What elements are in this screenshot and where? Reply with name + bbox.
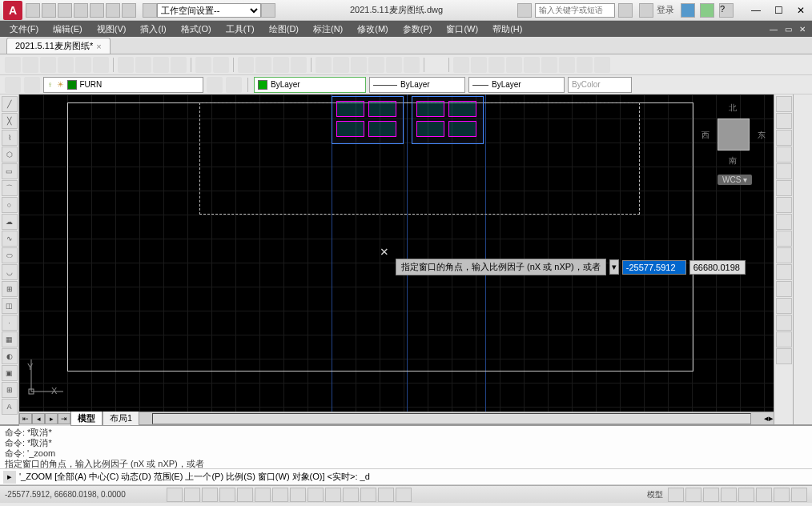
pan-icon[interactable] bbox=[238, 57, 254, 73]
break-icon[interactable] bbox=[776, 281, 792, 297]
zoom-out-icon[interactable] bbox=[559, 57, 575, 73]
hatch-icon[interactable]: ▦ bbox=[2, 331, 18, 347]
table-icon[interactable]: ⊞ bbox=[2, 382, 18, 398]
search-icon[interactable] bbox=[517, 3, 532, 18]
pline-icon[interactable]: ⌇ bbox=[2, 130, 18, 146]
am-toggle[interactable] bbox=[396, 488, 412, 502]
open-icon[interactable] bbox=[22, 57, 38, 73]
help-icon[interactable]: ? bbox=[719, 3, 734, 18]
redo2-icon[interactable] bbox=[213, 57, 229, 73]
tp-icon[interactable] bbox=[351, 57, 367, 73]
new-icon[interactable] bbox=[5, 57, 21, 73]
gradient-icon[interactable]: ◐ bbox=[2, 348, 18, 364]
zoom-window-icon[interactable] bbox=[453, 57, 469, 73]
lock-icon[interactable] bbox=[738, 488, 754, 502]
minimize-button[interactable]: — bbox=[745, 2, 767, 18]
offset-icon[interactable] bbox=[776, 147, 792, 163]
workspace-icon[interactable] bbox=[143, 3, 157, 18]
zoom-scale-icon[interactable] bbox=[488, 57, 504, 73]
workspace-dropdown[interactable]: 工作空间设置-- bbox=[157, 3, 261, 18]
qat-save-icon[interactable] bbox=[58, 3, 72, 18]
explode-icon[interactable] bbox=[776, 348, 792, 364]
maximize-button[interactable]: ☐ bbox=[767, 2, 790, 18]
model-space-label[interactable]: 模型 bbox=[644, 489, 666, 500]
qat-open-icon[interactable] bbox=[42, 3, 56, 18]
app-logo-icon[interactable]: A bbox=[3, 1, 22, 20]
dyn-toggle[interactable] bbox=[308, 488, 324, 502]
layer-match-icon[interactable] bbox=[207, 77, 223, 93]
region-icon[interactable]: ▣ bbox=[2, 365, 18, 381]
otrack-toggle[interactable] bbox=[272, 488, 288, 502]
lwt-toggle[interactable] bbox=[325, 488, 341, 502]
qat-undo-icon[interactable] bbox=[106, 3, 120, 18]
drawing-canvas[interactable]: 北 南 东 西 WCS ▾ Y X + 指定窗口的角点，输入比例因子 (nX 或… bbox=[19, 94, 774, 412]
sheet-icon[interactable] bbox=[368, 57, 384, 73]
circle-icon[interactable]: ○ bbox=[2, 197, 18, 213]
workspace-dd-icon[interactable] bbox=[261, 3, 275, 18]
mdi-minimize-button[interactable]: — bbox=[767, 23, 780, 34]
grid-toggle[interactable] bbox=[184, 488, 200, 502]
scale-icon[interactable] bbox=[776, 214, 792, 230]
arc-icon[interactable]: ⌒ bbox=[2, 180, 18, 196]
close-button[interactable]: ✕ bbox=[790, 2, 812, 18]
qat-new-icon[interactable] bbox=[26, 3, 40, 18]
stretch-icon[interactable] bbox=[776, 231, 792, 247]
move-icon[interactable] bbox=[776, 180, 792, 196]
trim-icon[interactable] bbox=[776, 247, 792, 263]
copy2-icon[interactable] bbox=[776, 113, 792, 129]
viewcube-face[interactable] bbox=[718, 118, 750, 151]
menu-tools[interactable]: 工具(T) bbox=[219, 22, 261, 37]
calc-icon[interactable] bbox=[404, 57, 420, 73]
cmd-icon[interactable]: ▸ bbox=[3, 471, 16, 484]
point-icon[interactable]: · bbox=[2, 315, 18, 331]
zoom-in-icon[interactable] bbox=[541, 57, 557, 73]
menu-window[interactable]: 窗口(W) bbox=[440, 22, 484, 37]
dynamic-input-x[interactable] bbox=[622, 260, 686, 275]
viewcube-north[interactable]: 北 bbox=[729, 102, 737, 114]
h-scrollbar[interactable] bbox=[152, 413, 751, 424]
osnap-toggle[interactable] bbox=[237, 488, 253, 502]
copy-icon[interactable] bbox=[135, 57, 151, 73]
workspace-icon[interactable] bbox=[721, 488, 737, 502]
file-tab-close-icon[interactable]: × bbox=[96, 42, 101, 51]
tpy-toggle[interactable] bbox=[343, 488, 359, 502]
menu-help[interactable]: 帮助(H) bbox=[486, 22, 529, 37]
save-icon[interactable] bbox=[40, 57, 56, 73]
layer-states-icon[interactable] bbox=[24, 77, 40, 93]
zoom-prev-icon[interactable] bbox=[291, 57, 307, 73]
menu-modify[interactable]: 修改(M) bbox=[351, 22, 395, 37]
command-history[interactable]: 命令: *取消* 命令: *取消* 命令: '_zoom 指定窗口的角点，输入比… bbox=[0, 426, 812, 469]
exchange-icon[interactable] bbox=[681, 3, 695, 18]
model-tab[interactable]: 模型 bbox=[70, 411, 103, 426]
status-btn-2[interactable] bbox=[685, 488, 701, 502]
ellipse-arc-icon[interactable]: ◡ bbox=[2, 264, 18, 280]
block-icon[interactable]: ◫ bbox=[2, 298, 18, 314]
login-button[interactable]: 登录 bbox=[639, 3, 674, 18]
lineweight-dropdown[interactable]: ——ByLayer bbox=[468, 77, 565, 93]
qat-saveas-icon[interactable] bbox=[74, 3, 88, 18]
mdi-close-button[interactable]: ✕ bbox=[796, 23, 809, 34]
erase-icon[interactable] bbox=[776, 96, 792, 112]
menu-draw[interactable]: 绘图(D) bbox=[263, 22, 305, 37]
rectangle-icon[interactable]: ▭ bbox=[2, 163, 18, 179]
insert-icon[interactable]: ⊞ bbox=[2, 281, 18, 297]
tab-last-icon[interactable]: ⇥ bbox=[58, 413, 70, 424]
qat-plot-icon[interactable] bbox=[90, 3, 104, 18]
viewcube-west[interactable]: 西 bbox=[701, 130, 709, 141]
zoom-all-icon[interactable] bbox=[577, 57, 593, 73]
sc-toggle[interactable] bbox=[378, 488, 394, 502]
zoom-center-icon[interactable] bbox=[506, 57, 522, 73]
tab-next-icon[interactable]: ▸ bbox=[45, 413, 58, 424]
tab-prev-icon[interactable]: ◂ bbox=[32, 413, 45, 424]
status-btn-1[interactable] bbox=[668, 488, 684, 502]
polygon-icon[interactable]: ⬡ bbox=[2, 147, 18, 163]
app-icon[interactable] bbox=[700, 3, 714, 18]
plot-icon[interactable] bbox=[58, 57, 74, 73]
layer-prop-icon[interactable] bbox=[5, 77, 21, 93]
dyn-dd-icon[interactable]: ▾ bbox=[609, 259, 619, 275]
revcloud-icon[interactable]: ☁ bbox=[2, 214, 18, 230]
publish-icon[interactable] bbox=[93, 57, 109, 73]
zoom-dynamic-icon[interactable] bbox=[471, 57, 487, 73]
polar-toggle[interactable] bbox=[219, 488, 235, 502]
layer-prev-icon[interactable] bbox=[226, 77, 242, 93]
